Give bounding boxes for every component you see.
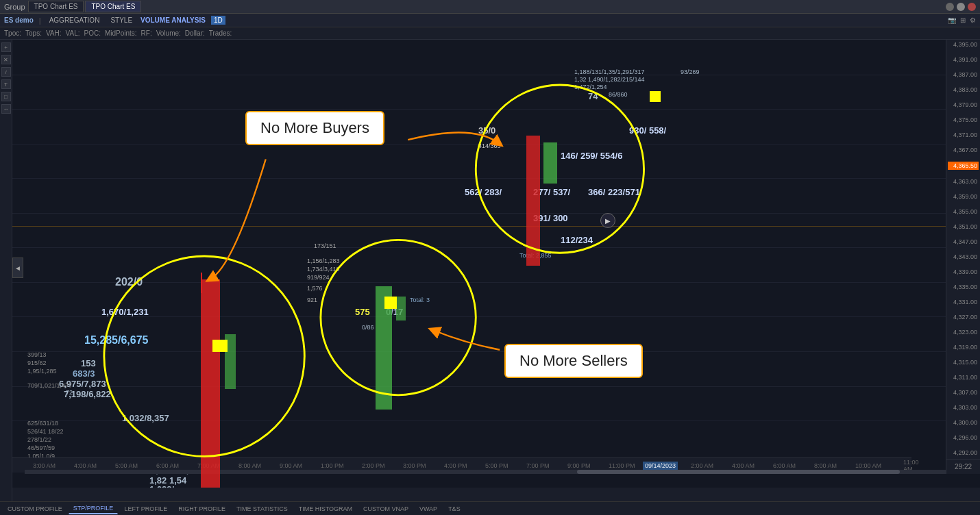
line-tool[interactable]: / — [1, 67, 11, 77]
cursor-tool[interactable]: + — [1, 42, 11, 52]
rectangle-tool[interactable]: □ — [1, 92, 11, 101]
maximize-button[interactable] — [957, 3, 965, 11]
grid-line — [12, 351, 946, 352]
price-4300: 4,300.00 — [948, 419, 979, 426]
time-4am-2: 4:00 AM — [732, 462, 755, 469]
annotation-svg — [12, 40, 946, 473]
small-green-candle-1 — [225, 334, 236, 389]
layout-icon[interactable]: ⊞ — [960, 16, 966, 24]
account-label: ES demo — [4, 16, 34, 24]
text-tool[interactable]: T — [1, 79, 11, 89]
fp-173-151: 173/151 — [314, 242, 336, 249]
fp-146-259: 146/ 259/ 554/6 — [561, 151, 622, 161]
fp-6975: 6,975/7,873 — [59, 379, 106, 389]
grid-line — [12, 144, 946, 145]
grid-line — [12, 213, 946, 214]
tab-stp-profile[interactable]: STP/PROFILE — [69, 503, 119, 514]
tab-time-histogram[interactable]: TIME HISTOGRAM — [294, 503, 357, 514]
dollar-toggle[interactable]: Dollar: — [185, 29, 205, 37]
time-6am-1: 6:00 AM — [156, 462, 179, 469]
tab-left-profile[interactable]: LEFT PROFILE — [119, 503, 172, 514]
chart-type-badge[interactable]: 1D — [211, 16, 225, 25]
midpoints-toggle[interactable]: MidPoints: — [105, 29, 137, 37]
fp-total-2855: Total: 2,855 — [519, 252, 552, 259]
trades-toggle[interactable]: Trades: — [209, 29, 232, 37]
chart-canvas[interactable]: 202/0 1,670/1,231 15,285/6,675 153 683/3… — [12, 40, 946, 473]
selected-date: 09/14/2023 — [643, 462, 678, 470]
grid-line — [12, 282, 946, 283]
price-4355: 4,355.00 — [948, 208, 979, 215]
rf-toggle[interactable]: RF: — [141, 29, 152, 37]
yellow-marker-3 — [650, 91, 661, 102]
val-toggle[interactable]: VAL: — [66, 29, 80, 37]
tab-custom-vnap[interactable]: CUSTOM VNAP — [358, 503, 413, 514]
time-8am-2: 8:00 AM — [814, 462, 837, 469]
time-11pm: 11:00 PM — [609, 462, 635, 469]
tab-custom-profile[interactable]: CUSTOM PROFILE — [3, 503, 67, 514]
highlight-hline — [12, 226, 946, 227]
tab-tpo-1[interactable]: TPO Chart ES — [28, 1, 84, 12]
big-red-candle — [201, 279, 220, 488]
time-4am-1: 4:00 AM — [74, 462, 97, 469]
tab-tpo-2[interactable]: TPO Chart ES — [85, 1, 141, 12]
time-2am-2: 2:00 AM — [691, 462, 713, 469]
tab-right-profile[interactable]: RIGHT PROFILE — [173, 503, 230, 514]
price-4367: 4,367.00 — [948, 147, 979, 153]
close-button[interactable] — [968, 3, 976, 11]
fp-575: 575 — [355, 307, 370, 317]
grid-line — [12, 316, 946, 317]
chart-data-overlay: 202/0 1,670/1,231 15,285/6,675 153 683/3… — [12, 40, 946, 473]
price-4327: 4,327.00 — [948, 314, 979, 321]
app-title: Group — [4, 3, 25, 11]
fp-919: 919/924 — [307, 274, 330, 281]
tab-vwap[interactable]: VWAP — [415, 503, 442, 514]
settings-icon[interactable]: ⚙ — [970, 16, 976, 24]
price-4347: 4,347.00 — [948, 238, 979, 245]
poc-toggle[interactable]: POC: — [84, 29, 100, 37]
volume-toggle[interactable]: Volume: — [156, 29, 181, 37]
price-4387: 4,387.00 — [948, 71, 979, 78]
fp-526: 526/41 18/22 — [27, 428, 64, 435]
price-4359: 4,359.00 — [948, 193, 979, 200]
grid-line — [12, 178, 946, 179]
fp-278: 278/1/22 — [27, 436, 51, 443]
measure-tool[interactable]: ↔ — [1, 104, 11, 114]
bottom-tab-bar: CUSTOM PROFILE STP/PROFILE LEFT PROFILE … — [0, 501, 980, 515]
chart-area[interactable]: 202/0 1,670/1,231 15,285/6,675 153 683/3… — [12, 40, 980, 488]
fp-921: 921 — [307, 297, 317, 303]
fp-366-223: 366/ 223/571 — [588, 187, 640, 197]
price-4365-highlight: 4,365.50 — [948, 162, 979, 170]
tpoc-toggle[interactable]: Tpoc: — [4, 29, 21, 37]
chart-scrollbar[interactable] — [25, 470, 946, 474]
time-7pm: 7:00 PM — [526, 462, 550, 469]
aggregation-button[interactable]: AGGREGATION — [47, 16, 103, 25]
sidebar-collapse-button[interactable]: ◄ — [12, 258, 23, 278]
tops-toggle[interactable]: Tops: — [25, 29, 42, 37]
price-4311: 4,311.00 — [948, 374, 979, 381]
yellow-marker-2 — [384, 297, 397, 309]
price-4371: 4,371.00 — [948, 131, 979, 138]
grid-line — [12, 247, 946, 248]
style-button[interactable]: STYLE — [108, 16, 135, 25]
fp-46: 46/597/59 — [27, 444, 55, 451]
price-4339: 4,339.00 — [948, 268, 979, 275]
fp-195: 1,95/1,285 — [27, 368, 57, 375]
volume-analysis-button[interactable]: VOLUME ANALYSIS — [140, 16, 206, 24]
fp-277-537: 277/ 537/ — [533, 187, 570, 197]
tab-ts[interactable]: T&S — [443, 503, 465, 514]
time-9am-1: 9:00 AM — [280, 462, 302, 469]
tab-time-statistics[interactable]: TIME STATISTICS — [232, 503, 293, 514]
grid-line — [12, 386, 946, 387]
crosshair-tool[interactable]: ✕ — [1, 55, 11, 64]
minimize-button[interactable] — [946, 3, 954, 11]
time-3am-1: 3:00 AM — [33, 462, 56, 469]
scrollbar-thumb[interactable] — [577, 470, 899, 474]
camera-icon[interactable]: 📷 — [948, 16, 956, 24]
time-10am-2: 10:00 AM — [855, 462, 881, 469]
fp-86-860: 86/860 — [609, 91, 628, 98]
grid-line — [12, 109, 946, 110]
fp-399: 399/13 — [27, 351, 47, 358]
vah-toggle[interactable]: VAH: — [46, 29, 62, 37]
red-candle-top — [526, 136, 540, 266]
main-toolbar: ES demo | AGGREGATION STYLE VOLUME ANALY… — [0, 14, 980, 27]
